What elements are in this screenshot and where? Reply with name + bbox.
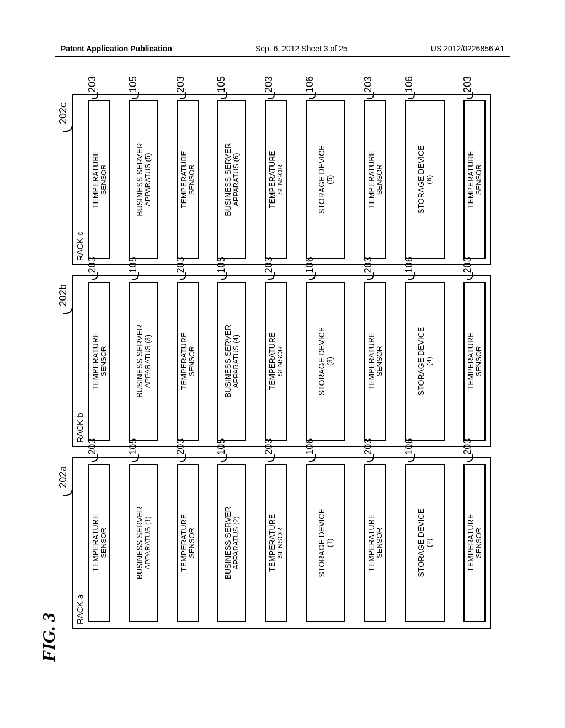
header-rule [55, 56, 510, 57]
slot-label-line1: BUSINESS SERVER [136, 506, 144, 579]
slot-label-line1: TEMPERATURE [367, 151, 376, 208]
slot-label-line2: SENSOR [376, 164, 383, 195]
sensor-slot: TEMPERATURESENSOR203 [463, 464, 486, 622]
slot-label-line1: BUSINESS SERVER [224, 506, 232, 579]
sensor-slot: TEMPERATURESENSOR203 [88, 282, 110, 440]
sensor-slot: TEMPERATURESENSOR203 [265, 100, 287, 259]
slot-label-line2: SENSOR [276, 346, 284, 377]
slot-label-line2: (4) [425, 357, 433, 366]
slot-label-line1: TEMPERATURE [92, 514, 100, 572]
rack-reference-number: 202b [57, 284, 69, 306]
storage-slot: STORAGE DEVICE(3)106 [306, 282, 345, 440]
server-slot: BUSINESS SERVERAPPARATUS (4)105 [217, 282, 246, 440]
rack-title: RACK b [75, 413, 84, 442]
slot-label-line1: STORAGE DEVICE [318, 508, 326, 577]
page-header: Patent Application Publication Sep. 6, 2… [0, 44, 565, 53]
storage-slot: STORAGE DEVICE(1)106 [306, 464, 345, 622]
sensor-slot: TEMPERATURESENSOR203 [88, 464, 110, 622]
rack-1: RACK a202aTEMPERATURESENSOR203BUSINESS S… [72, 457, 491, 629]
slot-label-line2: SENSOR [100, 528, 108, 558]
slot-label-line2: APPARATUS (6) [232, 153, 240, 206]
storage-slot: STORAGE DEVICE(2)106 [405, 464, 445, 622]
slot-label-line1: TEMPERATURE [180, 333, 188, 390]
slot-label-line2: APPARATUS (1) [144, 516, 152, 569]
slot-reference-number: 106 [305, 76, 315, 93]
sensor-slot: TEMPERATURESENSOR203 [463, 100, 486, 259]
sensor-slot: TEMPERATURESENSOR203 [364, 464, 386, 622]
slot-label-line2: SENSOR [188, 346, 196, 377]
slot-label-line2: SENSOR [276, 164, 284, 195]
slot-label-line1: TEMPERATURE [180, 151, 188, 208]
sensor-slot: TEMPERATURESENSOR203 [88, 100, 110, 259]
slot-reference-number: 105 [216, 76, 227, 93]
sensor-slot: TEMPERATURESENSOR203 [364, 100, 386, 259]
figure-3: FIG. 3 RACK a202aTEMPERATURESENSOR203BUS… [0, 168, 565, 587]
sensor-slot: TEMPERATURESENSOR203 [265, 282, 287, 440]
slot-label-line1: TEMPERATURE [467, 514, 475, 572]
slot-label-line1: TEMPERATURE [180, 514, 188, 572]
slot-label-line1: TEMPERATURE [467, 151, 475, 208]
server-slot: BUSINESS SERVERAPPARATUS (1)105 [129, 464, 158, 622]
storage-slot: STORAGE DEVICE(4)106 [405, 282, 445, 440]
slot-reference-number: 203 [175, 76, 186, 93]
figure-label: FIG. 3 [39, 613, 59, 662]
slot-label-line2: (6) [425, 175, 433, 184]
slot-label-line2: APPARATUS (3) [144, 335, 152, 388]
storage-slot: STORAGE DEVICE(6)106 [405, 100, 445, 259]
slot-label-line2: (5) [326, 175, 334, 184]
slot-label-line2: APPARATUS (5) [144, 153, 152, 206]
slot-label-line1: STORAGE DEVICE [417, 327, 425, 395]
sensor-slot: TEMPERATURESENSOR203 [463, 282, 486, 440]
slot-label-line2: SENSOR [188, 164, 196, 195]
slot-reference-number: 203 [363, 76, 374, 93]
slot-label-line2: SENSOR [188, 528, 196, 558]
rack-title: RACK a [75, 595, 84, 624]
slot-label-line2: SENSOR [100, 164, 108, 195]
header-right: US 2012/0226856 A1 [431, 44, 504, 53]
slot-label-line1: STORAGE DEVICE [318, 327, 326, 395]
slot-label-line1: TEMPERATURE [367, 333, 376, 390]
header-center: Sep. 6, 2012 Sheet 3 of 25 [255, 44, 348, 53]
slot-label-line1: TEMPERATURE [92, 333, 100, 390]
rack-3: RACK c202cTEMPERATURESENSOR203BUSINESS S… [72, 94, 491, 265]
rack-reference-number: 202c [57, 103, 69, 124]
slot-label-line2: (2) [425, 538, 433, 547]
slot-label-line2: SENSOR [100, 346, 108, 377]
rack-reference-number: 202a [57, 466, 69, 488]
slot-reference-number: 203 [87, 76, 98, 93]
slot-label-line1: STORAGE DEVICE [318, 146, 326, 214]
sensor-slot: TEMPERATURESENSOR203 [364, 282, 386, 440]
slot-label-line1: BUSINESS SERVER [224, 325, 232, 398]
racks-row: RACK a202aTEMPERATURESENSOR203BUSINESS S… [72, 94, 491, 629]
server-slot: BUSINESS SERVERAPPARATUS (6)105 [217, 100, 246, 259]
slot-label-line1: TEMPERATURE [268, 333, 276, 390]
sensor-slot: TEMPERATURESENSOR203 [177, 100, 199, 259]
slot-label-line2: (3) [326, 357, 334, 366]
slot-label-line2: SENSOR [475, 528, 483, 558]
slot-reference-number: 105 [128, 76, 138, 93]
slot-label-line2: SENSOR [475, 164, 483, 195]
server-slot: BUSINESS SERVERAPPARATUS (2)105 [217, 464, 246, 622]
slot-label-line2: SENSOR [376, 528, 383, 558]
slot-label-line1: TEMPERATURE [268, 514, 276, 572]
sensor-slot: TEMPERATURESENSOR203 [177, 464, 199, 622]
rack-2: RACK b202bTEMPERATURESENSOR203BUSINESS S… [72, 275, 491, 447]
slot-label-line1: STORAGE DEVICE [417, 146, 425, 214]
server-slot: BUSINESS SERVERAPPARATUS (3)105 [129, 282, 158, 440]
sensor-slot: TEMPERATURESENSOR203 [177, 282, 199, 440]
slot-label-line1: TEMPERATURE [467, 333, 475, 390]
slot-label-line2: SENSOR [475, 346, 483, 377]
slot-label-line1: TEMPERATURE [92, 151, 100, 208]
server-slot: BUSINESS SERVERAPPARATUS (5)105 [129, 100, 158, 259]
slot-label-line2: APPARATUS (4) [232, 335, 240, 388]
slot-reference-number: 203 [462, 76, 473, 93]
header-left: Patent Application Publication [61, 44, 172, 53]
slot-label-line2: (1) [326, 538, 334, 547]
slot-label-line2: SENSOR [276, 528, 284, 558]
slot-reference-number: 106 [404, 76, 414, 93]
slot-label-line2: APPARATUS (2) [232, 516, 240, 569]
slot-label-line1: BUSINESS SERVER [136, 325, 144, 398]
slot-label-line1: BUSINESS SERVER [136, 143, 144, 216]
slot-label-line1: BUSINESS SERVER [224, 143, 232, 216]
slot-label-line1: TEMPERATURE [268, 151, 276, 208]
